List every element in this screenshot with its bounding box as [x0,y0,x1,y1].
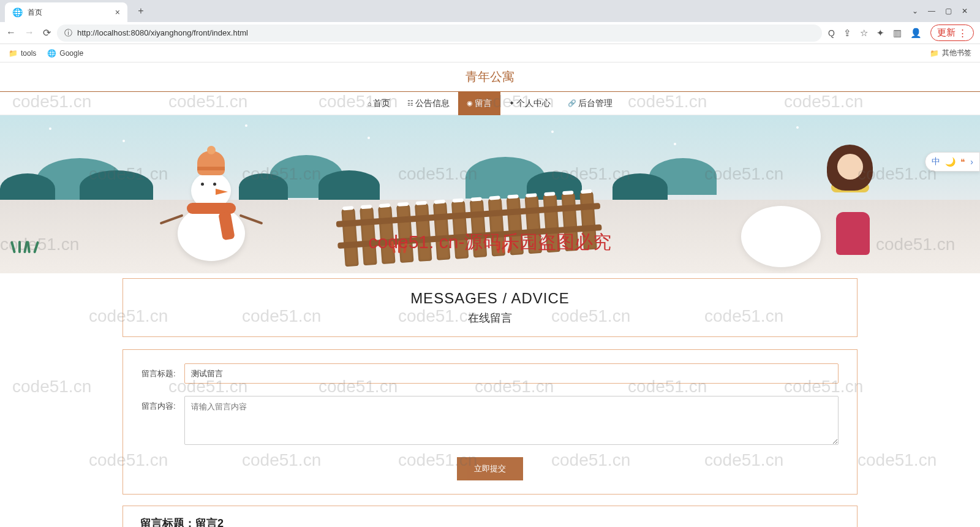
home-icon: ⌂ [368,100,372,107]
lang-label[interactable]: 中 [932,156,940,167]
comment-icon: ◉ [467,99,473,107]
globe-icon: 🌐 [47,49,56,58]
browser-tab[interactable]: 🌐 首页 × [5,2,127,22]
share-icon[interactable]: ⇪ [843,28,851,39]
main-nav: ⌂首页 ☷公告信息 ◉留言 ✦个人中心 🔗后台管理 [0,92,980,115]
update-button[interactable]: 更新⋮ [930,25,974,41]
profile-icon[interactable]: 👤 [910,28,922,39]
url-input[interactable] [77,28,815,37]
link-icon: 🔗 [568,99,576,107]
nav-profile[interactable]: ✦个人中心 [500,92,559,115]
site-header: 青年公寓 [0,63,980,92]
bookmark-google[interactable]: 🌐Google [47,49,83,58]
panel-icon[interactable]: ▥ [893,28,902,39]
search-icon[interactable]: Q [828,28,835,38]
watermark-center: code51. cn-源码乐园盗图必究 [369,230,612,255]
bookmark-other[interactable]: 📁其他书签 [930,48,971,58]
message-form: 留言标题: 留言内容: 立即提交 [123,349,858,495]
girl-graphic [836,212,870,255]
bookmarks-bar: 📁tools 🌐Google 📁其他书签 [0,44,980,63]
title-label: 留言标题: [141,363,177,379]
section-header: MESSAGES / ADVICE 在线留言 [123,278,858,337]
section-title-cn: 在线留言 [123,311,857,325]
list-item-title: 留言标题：留言2 [140,516,840,527]
hero-banner: code51. cn-源码乐园盗图必究 中 🌙 ❝ › [0,115,980,273]
submit-button[interactable]: 立即提交 [457,457,523,480]
nav-message[interactable]: ◉留言 [458,92,500,115]
address-bar[interactable]: ⓘ [57,25,822,42]
tab-strip: 🌐 首页 × + ⌄ — ▢ ✕ [0,0,980,22]
tab-title: 首页 [28,7,110,18]
reload-icon[interactable]: ⟳ [43,27,51,39]
nav-home[interactable]: ⌂首页 [359,92,399,115]
star-icon[interactable]: ☆ [860,28,868,39]
content-textarea[interactable] [184,396,839,445]
chevron-down-icon[interactable]: ⌄ [912,7,918,15]
globe-icon: 🌐 [12,7,23,17]
maximize-icon[interactable]: ▢ [945,7,952,15]
new-tab-button[interactable]: + [132,2,149,20]
snowball-graphic [741,206,821,267]
window-controls: ⌄ — ▢ ✕ [912,7,975,15]
back-icon[interactable]: ← [6,27,16,39]
chevron-right-icon[interactable]: › [970,157,973,167]
site-title: 青年公寓 [0,69,980,85]
section-title-en: MESSAGES / ADVICE [123,290,857,307]
title-input[interactable] [184,363,839,384]
message-list: 留言标题：留言2 [123,506,858,527]
nav-admin[interactable]: 🔗后台管理 [559,92,621,115]
extensions-icon[interactable]: ✦ [876,28,884,39]
side-toolbar[interactable]: 中 🌙 ❝ › [925,152,980,172]
folder-icon: 📁 [930,49,939,58]
quote-icon[interactable]: ❝ [960,157,965,167]
bookmark-tools[interactable]: 📁tools [9,49,36,58]
toolbar-right: Q ⇪ ☆ ✦ ▥ 👤 更新⋮ [828,25,974,41]
browser-toolbar: ← → ⟳ ⓘ Q ⇪ ☆ ✦ ▥ 👤 更新⋮ [0,22,980,44]
forward-icon[interactable]: → [24,27,34,39]
close-window-icon[interactable]: ✕ [962,7,968,15]
nav-announce[interactable]: ☷公告信息 [399,92,458,115]
content-label: 留言内容: [141,396,177,412]
browser-chrome: 🌐 首页 × + ⌄ — ▢ ✕ ← → ⟳ ⓘ Q ⇪ ☆ ✦ ▥ 👤 更新 [0,0,980,63]
close-tab-icon[interactable]: × [115,7,120,17]
moon-icon[interactable]: 🌙 [945,157,956,167]
site-info-icon[interactable]: ⓘ [64,28,72,39]
user-icon: ✦ [509,99,514,107]
nav-buttons: ← → ⟳ [6,27,51,39]
minimize-icon[interactable]: — [928,7,935,15]
folder-icon: 📁 [9,49,18,58]
list-icon: ☷ [407,99,413,107]
snowman-graphic [178,206,245,261]
main-content: MESSAGES / ADVICE 在线留言 留言标题: 留言内容: 立即提交 … [123,273,858,527]
